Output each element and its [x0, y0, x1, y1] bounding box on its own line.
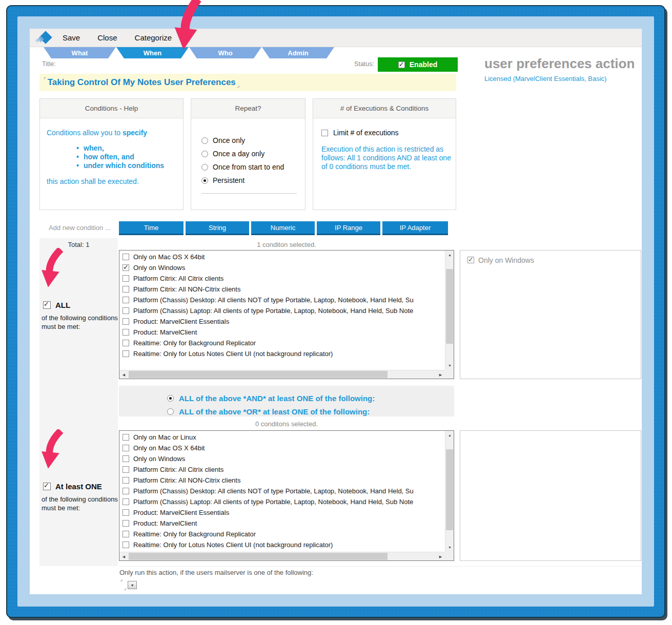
repeat-option[interactable]: Once only [201, 134, 305, 147]
condition-row[interactable]: Platform (Chassis) Laptop: All clients o… [119, 496, 445, 507]
condition-checkbox[interactable] [123, 275, 129, 282]
condition-row[interactable]: Realtime: Only for Background Replicator [119, 338, 445, 348]
scroll-down-icon[interactable]: ▼ [445, 543, 454, 552]
at-least-one-toggle[interactable]: At least ONE [43, 482, 102, 491]
condition-row[interactable]: Only on Mac OS X 64bit [119, 443, 445, 453]
add-numeric-condition-button[interactable]: Numeric [251, 221, 315, 235]
condition-label: Product: MarvelClient Essentials [133, 318, 229, 325]
limit-executions-option[interactable]: Limit # of executions [321, 129, 456, 137]
join-option[interactable]: ALL of the above *AND* at least ONE of t… [167, 391, 454, 405]
toolbar-menu-item[interactable]: Save [57, 33, 85, 42]
all-conditions-checkbox[interactable] [43, 301, 51, 309]
condition-row[interactable]: Platform Citrix: All NON-Citrix clients [119, 475, 445, 486]
condition-row[interactable]: Product: MarvelClient Essentials [119, 507, 445, 518]
selected-condition-label: Only on Windows [478, 256, 534, 264]
scroll-right-icon[interactable]: ▶ [436, 552, 445, 561]
vertical-scroll-thumb[interactable] [446, 269, 453, 344]
horizontal-scroll-thumb[interactable] [129, 371, 388, 378]
condition-checkbox[interactable] [123, 531, 129, 537]
all-conditions-toggle[interactable]: ALL [43, 301, 70, 309]
condition-checkbox[interactable] [123, 498, 129, 505]
condition-checkbox[interactable] [123, 307, 129, 314]
scroll-right-icon[interactable]: ▶ [436, 370, 445, 379]
tab[interactable]: Admin [262, 47, 334, 58]
scroll-left-icon[interactable]: ◀ [119, 370, 128, 379]
title-field[interactable]: ⌜ Taking Control Of My Notes User Prefer… [39, 74, 456, 91]
limit-executions-checkbox[interactable] [321, 130, 328, 136]
radio-icon[interactable] [201, 151, 208, 157]
repeat-option[interactable]: Once from start to end [201, 160, 305, 174]
radio-icon[interactable] [201, 177, 208, 184]
condition-row[interactable]: Platform (Chassis) Laptop: All clients o… [119, 305, 445, 316]
condition-checkbox[interactable] [123, 286, 129, 293]
condition-row[interactable]: Platform Citrix: All Citrix clients [119, 273, 445, 284]
horizontal-scroll-thumb[interactable] [129, 553, 388, 560]
condition-row[interactable]: Only on Mac or Linux [119, 432, 445, 443]
condition-checkbox[interactable] [123, 318, 129, 325]
horizontal-scrollbar[interactable]: ◀ ▶ [119, 370, 445, 379]
condition-row[interactable]: Only on Mac OS X 64bit [119, 252, 445, 262]
condition-checkbox[interactable] [123, 520, 129, 527]
condition-checkbox[interactable] [123, 340, 129, 346]
condition-checkbox[interactable] [123, 329, 129, 336]
radio-icon[interactable] [201, 164, 208, 171]
selected-condition-checkbox[interactable] [467, 257, 474, 263]
add-ip-adapter-condition-button[interactable]: IP Adapter [382, 221, 448, 235]
condition-row[interactable]: Realtime: Only for Lotus Notes Client UI… [119, 539, 445, 550]
tab[interactable]: What [44, 47, 116, 58]
condition-row[interactable]: Only on Windows [119, 453, 445, 464]
vertical-scrollbar[interactable]: ▲ ▼ [445, 251, 454, 370]
radio-icon[interactable] [201, 137, 208, 144]
condition-checkbox[interactable] [123, 455, 129, 462]
condition-checkbox[interactable] [123, 488, 129, 494]
add-time-condition-button[interactable]: Time [119, 221, 184, 235]
selected-condition-row[interactable]: Only on Windows [464, 255, 641, 265]
condition-row[interactable]: Product: MarvelClient [119, 518, 445, 529]
condition-row[interactable]: Platform (Chassis) Desktop: All clients … [119, 486, 445, 496]
condition-row[interactable]: Realtime: Only for Lotus Notes Client UI… [119, 348, 445, 359]
scroll-down-icon[interactable]: ▼ [445, 361, 454, 370]
condition-checkbox[interactable] [123, 264, 129, 271]
add-ip-range-condition-button[interactable]: IP Range [317, 221, 380, 235]
condition-checkbox[interactable] [123, 466, 129, 473]
condition-label: Only on Mac or Linux [133, 433, 196, 441]
condition-row[interactable]: Product: MarvelClient Essentials [119, 316, 445, 327]
radio-icon[interactable] [167, 408, 174, 415]
condition-checkbox[interactable] [123, 297, 129, 303]
condition-row[interactable]: Platform (Chassis) Desktop: All clients … [119, 295, 445, 305]
condition-checkbox[interactable] [123, 477, 129, 484]
vertical-scrollbar[interactable]: ▲ ▼ [445, 431, 454, 552]
condition-row[interactable]: Only on Windows [119, 262, 445, 273]
join-option[interactable]: ALL of the above *OR* at least ONE of th… [167, 405, 454, 418]
condition-row[interactable]: Platform Citrix: All Citrix clients [119, 464, 445, 475]
condition-row[interactable]: Product: MarvelClient [119, 327, 445, 338]
mailserver-dropdown-button[interactable]: ▼ [128, 581, 137, 589]
one-conditions-listbox[interactable]: Only on Mac or Linux Only on Mac OS X 64… [119, 430, 454, 561]
repeat-option[interactable]: Once a day only [201, 147, 305, 160]
at-least-one-checkbox[interactable] [43, 483, 51, 490]
condition-checkbox[interactable] [123, 509, 129, 516]
status-enabled-badge[interactable]: Enabled [378, 57, 458, 72]
vertical-scroll-thumb[interactable] [446, 449, 453, 530]
condition-checkbox[interactable] [123, 445, 129, 451]
radio-icon[interactable] [167, 395, 174, 402]
condition-label: Platform (Chassis) Laptop: All clients o… [133, 498, 413, 506]
all-selected-panel: Only on Windows [460, 250, 641, 379]
horizontal-scrollbar[interactable]: ◀ ▶ [119, 552, 445, 560]
add-string-condition-button[interactable]: String [186, 221, 249, 235]
scroll-up-icon[interactable]: ▲ [445, 431, 454, 440]
condition-checkbox[interactable] [123, 350, 129, 357]
condition-checkbox[interactable] [123, 254, 129, 260]
toolbar-menu-item[interactable]: Close [92, 33, 122, 42]
condition-row[interactable]: Realtime: Only for Background Replicator [119, 529, 445, 539]
scroll-left-icon[interactable]: ◀ [119, 552, 128, 561]
condition-checkbox[interactable] [123, 541, 129, 548]
mailserver-field[interactable]: ⌜ ⌟ ▼ [120, 581, 137, 589]
condition-row[interactable]: Platform Citrix: All NON-Citrix clients [119, 284, 445, 295]
status-checkbox[interactable] [398, 61, 405, 68]
scroll-up-icon[interactable]: ▲ [445, 251, 454, 259]
help-bullet-list: when,how often, andunder which condition… [76, 144, 177, 170]
condition-checkbox[interactable] [123, 434, 129, 441]
repeat-option[interactable]: Persistent [201, 174, 305, 187]
all-conditions-listbox[interactable]: Only on Mac OS X 64bit Only on Windows P… [119, 250, 454, 379]
